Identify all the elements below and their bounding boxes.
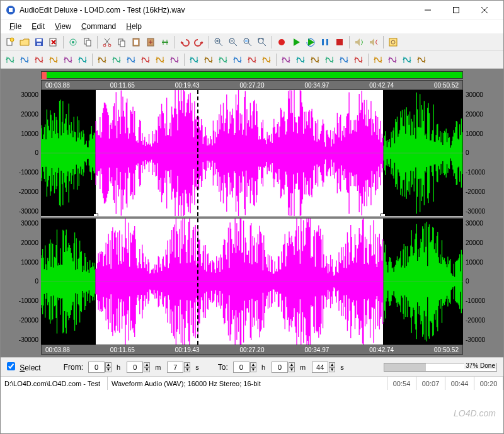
svg-point-23 xyxy=(258,38,263,43)
from-hours-input[interactable] xyxy=(88,362,105,373)
record-button[interactable] xyxy=(275,35,289,49)
fx-filter-button[interactable] xyxy=(279,53,293,67)
copy-button[interactable] xyxy=(115,35,129,49)
spin-down-icon[interactable]: ▼ xyxy=(289,367,295,372)
fx-channel-right-button[interactable] xyxy=(386,53,399,67)
to-hours-input[interactable] xyxy=(233,362,249,373)
spin-up-icon[interactable]: ▲ xyxy=(250,362,256,367)
undo-button[interactable] xyxy=(178,35,192,49)
menu-command[interactable]: Command xyxy=(76,21,121,32)
fx-view-top-button[interactable] xyxy=(400,53,414,67)
select-checkbox[interactable]: Select xyxy=(7,362,41,372)
trim-button[interactable] xyxy=(158,35,172,49)
from-seconds-input[interactable] xyxy=(167,362,183,373)
fx-pitch-button[interactable] xyxy=(124,53,138,67)
fx-invert-button[interactable] xyxy=(76,53,89,67)
zoom-out-button[interactable] xyxy=(226,35,240,49)
fx-fade-in-button[interactable] xyxy=(32,53,46,67)
zoom-in-button[interactable] xyxy=(212,35,226,49)
menu-file[interactable]: File xyxy=(4,21,26,32)
spin-down-icon[interactable]: ▼ xyxy=(250,367,256,372)
fx-noise-reduction-button[interactable] xyxy=(245,53,259,67)
to-seconds-input[interactable] xyxy=(312,362,328,373)
fx-expander-button[interactable] xyxy=(216,53,230,67)
record-device-button[interactable] xyxy=(367,35,381,49)
fx-fade-out-button[interactable] xyxy=(47,53,60,67)
select-checkbox-input[interactable] xyxy=(7,362,15,370)
pause-button[interactable] xyxy=(318,35,332,49)
fx-chorus-button[interactable] xyxy=(202,53,215,67)
to-minutes-input[interactable] xyxy=(272,362,288,373)
fx-reverb-button[interactable] xyxy=(168,53,181,67)
preferences-button[interactable] xyxy=(386,35,400,49)
fx-marker-remove-button[interactable] xyxy=(352,53,365,67)
fx-marker-add-button[interactable] xyxy=(337,53,351,67)
svg-rect-26 xyxy=(326,39,328,45)
playback-device-button[interactable] xyxy=(352,35,366,49)
stop-button[interactable] xyxy=(333,35,346,49)
spin-down-icon[interactable]: ▼ xyxy=(105,367,112,372)
svg-rect-28 xyxy=(389,38,397,46)
redo-button[interactable] xyxy=(192,35,206,49)
selection-handle-start[interactable] xyxy=(93,214,98,216)
spin-down-icon[interactable]: ▼ xyxy=(184,367,190,372)
cut-button[interactable] xyxy=(100,35,114,49)
fx-equalizer-button[interactable] xyxy=(260,53,273,67)
zoom-full-button[interactable] xyxy=(255,35,269,49)
spin-down-icon[interactable]: ▼ xyxy=(144,367,150,372)
fx-compressor-button[interactable] xyxy=(231,53,244,67)
fx-view-bottom-button[interactable] xyxy=(415,53,428,67)
window-title: AudioEdit Deluxe - LO4D.com - Test (16kH… xyxy=(20,6,413,14)
time-ruler-top[interactable]: 00:03.8800:11.6500:19.4300:27.2000:34.97… xyxy=(41,80,463,90)
menu-view[interactable]: View xyxy=(50,21,76,32)
spin-up-icon[interactable]: ▲ xyxy=(289,362,295,367)
play-button[interactable] xyxy=(289,35,303,49)
spin-up-icon[interactable]: ▲ xyxy=(184,362,190,367)
zoom-selection-button[interactable] xyxy=(241,35,255,49)
status-cursor: 00:20 xyxy=(474,377,503,390)
fx-normalize-button[interactable] xyxy=(18,53,32,67)
fx-vibrato-button[interactable] xyxy=(187,53,201,67)
copy-file-button[interactable] xyxy=(81,35,94,49)
waveform-canvas-left[interactable] xyxy=(41,90,463,216)
svg-point-9 xyxy=(72,41,74,43)
close-file-button[interactable] xyxy=(47,35,60,49)
selection-handle-end[interactable] xyxy=(381,214,386,216)
save-button[interactable] xyxy=(32,35,46,49)
spin-up-icon[interactable]: ▲ xyxy=(144,362,150,367)
overview-bar[interactable] xyxy=(41,71,463,79)
paste-mix-button[interactable] xyxy=(144,35,158,49)
fx-remove-silence-button[interactable] xyxy=(294,53,307,67)
fx-insert-noise-button[interactable] xyxy=(323,53,336,67)
waveform-channel-left: 3000020000100000-10000-20000-30000 30000… xyxy=(3,90,501,216)
fx-channel-left-button[interactable] xyxy=(371,53,385,67)
fx-amplify-button[interactable] xyxy=(3,53,17,67)
settings-button[interactable] xyxy=(66,35,80,49)
spin-up-icon[interactable]: ▲ xyxy=(105,362,112,367)
new-button[interactable] xyxy=(3,35,17,49)
fx-flanger-button[interactable] xyxy=(153,53,167,67)
time-ruler-bottom[interactable]: 00:03.8800:11.6500:19.4300:27.2000:34.97… xyxy=(41,345,463,355)
svg-rect-25 xyxy=(322,39,324,45)
fx-reverse-button[interactable] xyxy=(95,53,109,67)
open-button[interactable] xyxy=(18,35,32,49)
playback-cursor[interactable] xyxy=(197,90,198,216)
spin-up-icon[interactable]: ▲ xyxy=(329,362,335,367)
fx-insert-silence-button[interactable] xyxy=(308,53,322,67)
fx-stretch-button[interactable] xyxy=(110,53,123,67)
play-loop-button[interactable] xyxy=(304,35,318,49)
fx-silence-button[interactable] xyxy=(61,53,75,67)
playback-cursor[interactable] xyxy=(197,219,198,345)
maximize-button[interactable] xyxy=(442,1,470,19)
spin-down-icon[interactable]: ▼ xyxy=(329,367,335,372)
amplitude-scale-right: 3000020000100000-10000-20000-30000 xyxy=(463,219,501,345)
menu-help[interactable]: Help xyxy=(121,21,147,32)
paste-button[interactable] xyxy=(129,35,143,49)
fx-delay-button[interactable] xyxy=(139,53,152,67)
svg-rect-22 xyxy=(245,40,248,42)
minimize-button[interactable] xyxy=(413,1,442,19)
close-button[interactable] xyxy=(470,1,498,19)
waveform-canvas-right[interactable] xyxy=(41,219,463,345)
menu-edit[interactable]: Edit xyxy=(26,21,50,32)
from-minutes-input[interactable] xyxy=(127,362,143,373)
